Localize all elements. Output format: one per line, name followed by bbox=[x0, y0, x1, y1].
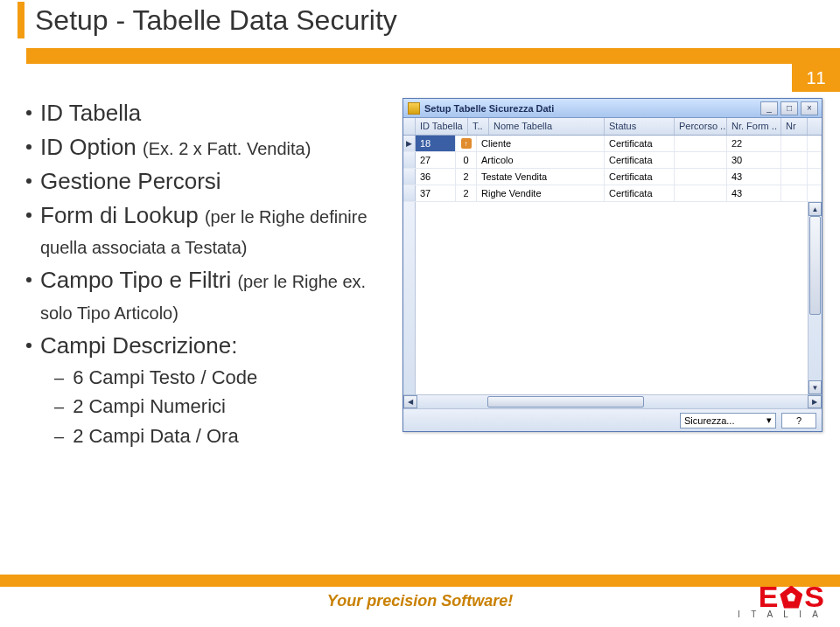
cell-nr[interactable] bbox=[781, 185, 808, 201]
sub-bullet-text: 6 Campi Testo / Code bbox=[73, 365, 257, 391]
table-row[interactable]: 36 2 Testate Vendita Certificata 43 bbox=[403, 169, 822, 185]
table-row[interactable]: 37 2 Righe Vendite Certificata 43 bbox=[403, 185, 822, 202]
help-button[interactable]: ? bbox=[781, 413, 816, 428]
scroll-gutter bbox=[808, 185, 822, 201]
cell-nrform[interactable]: 30 bbox=[727, 152, 781, 168]
sub-bullet-item: – 6 Campi Testo / Code bbox=[54, 365, 394, 391]
bullet-text: Gestione Percorsi bbox=[40, 166, 221, 197]
sicurezza-dropdown[interactable]: Sicurezza... ▾ bbox=[680, 413, 776, 428]
cell-status[interactable]: Certificata bbox=[605, 136, 675, 151]
col-header-nome[interactable]: Nome Tabella bbox=[489, 118, 605, 135]
cell-nrform[interactable]: 22 bbox=[727, 136, 781, 151]
scroll-corner bbox=[808, 118, 822, 135]
sub-bullet-text: 2 Campi Data / Ora bbox=[73, 423, 239, 449]
col-header-percorso[interactable]: Percorso .. bbox=[675, 118, 727, 135]
cell-nr[interactable] bbox=[781, 136, 808, 151]
window-buttons: _ □ × bbox=[760, 101, 818, 115]
maximize-button[interactable]: □ bbox=[780, 101, 798, 115]
scroll-down-arrow-icon[interactable]: ▼ bbox=[808, 380, 822, 394]
cell-nome[interactable]: Articolo bbox=[477, 152, 605, 168]
sub-bullet-item: – 2 Campi Data / Ora bbox=[54, 423, 394, 449]
cell-percorso[interactable] bbox=[675, 169, 727, 185]
up-arrow-icon: ↑ bbox=[461, 138, 472, 149]
cell-id[interactable]: 27 bbox=[416, 152, 456, 168]
scroll-gutter bbox=[808, 169, 822, 185]
row-selector-header bbox=[403, 118, 416, 135]
scroll-up-arrow-icon[interactable]: ▲ bbox=[808, 202, 822, 216]
vertical-scrollbar[interactable]: ▲ ▼ bbox=[808, 202, 822, 394]
cell-percorso[interactable] bbox=[675, 185, 727, 201]
window-titlebar[interactable]: Setup Tabelle Sicurezza Dati _ □ × bbox=[403, 99, 822, 118]
cell-nrform[interactable]: 43 bbox=[727, 169, 781, 185]
cell-status[interactable]: Certificata bbox=[605, 185, 675, 201]
bullet-item: Form di Lookup (per le Righe definire qu… bbox=[26, 200, 394, 261]
page-number: 11 bbox=[792, 64, 840, 92]
cell-status[interactable]: Certificata bbox=[605, 152, 675, 168]
bullet-text: Form di Lookup (per le Righe definire qu… bbox=[40, 200, 394, 261]
bullet-item: ID Tabella bbox=[26, 98, 394, 129]
chevron-down-icon: ▾ bbox=[766, 415, 772, 426]
cell-percorso[interactable] bbox=[675, 136, 727, 151]
scroll-right-arrow-icon[interactable]: ▶ bbox=[808, 395, 822, 408]
slide-title-bar: Setup - Tabelle Data Security bbox=[18, 2, 397, 38]
scroll-track[interactable] bbox=[808, 216, 822, 380]
row-selector-column bbox=[403, 202, 416, 394]
slide-title: Setup - Tabelle Data Security bbox=[35, 4, 397, 37]
footer-slogan: Your precision Software! bbox=[327, 592, 513, 610]
cell-id[interactable]: 18 bbox=[416, 136, 456, 151]
col-header-id[interactable]: ID Tabella bbox=[416, 118, 468, 135]
cell-t[interactable]: 2 bbox=[456, 169, 477, 185]
sub-bullet-dash: – bbox=[54, 368, 64, 388]
hscroll-thumb[interactable] bbox=[487, 396, 643, 408]
cell-nome[interactable]: Cliente bbox=[477, 136, 605, 151]
cell-id[interactable]: 36 bbox=[416, 169, 456, 185]
bullet-dot bbox=[26, 110, 32, 115]
window-icon bbox=[408, 102, 420, 115]
col-header-status[interactable]: Status bbox=[605, 118, 675, 135]
window-footer: Sicurezza... ▾ ? bbox=[403, 408, 822, 431]
bullet-dot bbox=[26, 277, 32, 282]
bullet-text: Campi Descrizione: bbox=[40, 331, 237, 361]
cell-nome[interactable]: Righe Vendite bbox=[477, 185, 605, 201]
bullet-dot bbox=[26, 212, 32, 218]
row-selector[interactable] bbox=[403, 169, 416, 185]
bullet-text: Campo Tipo e Filtri (per le Righe ex. so… bbox=[40, 265, 394, 326]
row-selector[interactable]: ▶ bbox=[403, 136, 416, 151]
cell-nome[interactable]: Testate Vendita bbox=[477, 169, 605, 185]
cell-t[interactable]: 2 bbox=[456, 185, 477, 201]
sub-bullet-dash: – bbox=[54, 397, 64, 417]
cell-id[interactable]: 37 bbox=[416, 185, 456, 201]
bullet-dot bbox=[26, 144, 32, 150]
cell-nr[interactable] bbox=[781, 152, 808, 168]
cell-bool[interactable]: ↑ bbox=[456, 136, 477, 151]
bullet-item: Gestione Percorsi bbox=[26, 166, 394, 197]
logo-hexagon-icon bbox=[780, 586, 802, 609]
minimize-button[interactable]: _ bbox=[760, 101, 778, 115]
data-grid[interactable]: ID Tabella T.. Nome Tabella Status Perco… bbox=[403, 118, 822, 408]
help-label: ? bbox=[796, 415, 802, 426]
row-selector[interactable] bbox=[403, 185, 416, 201]
col-header-nr[interactable]: Nr bbox=[781, 118, 808, 135]
cell-percorso[interactable] bbox=[675, 152, 727, 168]
cell-t[interactable]: 0 bbox=[456, 152, 477, 168]
title-accent bbox=[18, 2, 24, 38]
close-button[interactable]: × bbox=[801, 101, 818, 115]
hscroll-track[interactable] bbox=[417, 395, 808, 408]
sicurezza-label: Sicurezza... bbox=[684, 415, 734, 426]
table-row[interactable]: 27 0 Articolo Certificata 30 bbox=[403, 152, 822, 169]
table-row[interactable]: ▶ 18 ↑ Cliente Certificata 22 bbox=[403, 136, 822, 152]
scroll-thumb[interactable] bbox=[809, 216, 821, 315]
col-header-nrform[interactable]: Nr. Form .. bbox=[727, 118, 781, 135]
cell-status[interactable]: Certificata bbox=[605, 169, 675, 185]
scroll-left-arrow-icon[interactable]: ◀ bbox=[403, 395, 417, 408]
bullet-main: Campo Tipo e Filtri bbox=[40, 267, 237, 293]
cell-nr[interactable] bbox=[781, 169, 808, 185]
footer-orange-bar bbox=[0, 575, 840, 587]
grid-header: ID Tabella T.. Nome Tabella Status Perco… bbox=[403, 118, 822, 136]
horizontal-scrollbar[interactable]: ◀ ▶ bbox=[403, 394, 822, 408]
orange-divider bbox=[26, 48, 840, 64]
row-selector[interactable] bbox=[403, 152, 416, 168]
scroll-gutter bbox=[808, 152, 822, 168]
cell-nrform[interactable]: 43 bbox=[727, 185, 781, 201]
col-header-t[interactable]: T.. bbox=[468, 118, 489, 135]
